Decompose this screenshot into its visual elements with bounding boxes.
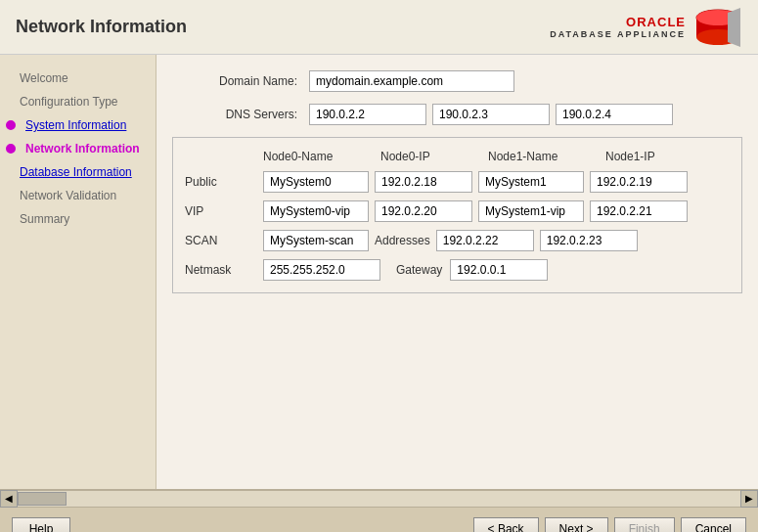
public-node0-ip-input[interactable] [375, 171, 472, 193]
vip-node0-ip-input[interactable] [375, 200, 472, 222]
public-node1-name-input[interactable] [478, 171, 584, 193]
scroll-right-arrow[interactable]: ▶ [740, 490, 758, 508]
vip-node1-ip-input[interactable] [590, 200, 688, 222]
sidebar-item-label: Summary [20, 212, 69, 226]
sidebar-item-summary[interactable]: Summary [0, 207, 156, 231]
col-header-node0-name: Node0-Name [263, 150, 380, 163]
sidebar-item-label: Database Information [20, 165, 132, 179]
back-button[interactable]: < Back [473, 517, 539, 533]
svg-marker-5 [728, 8, 740, 47]
scroll-track[interactable] [18, 490, 740, 508]
netmask-label: Netmask [185, 263, 263, 277]
cancel-button[interactable]: Cancel [681, 517, 746, 533]
sidebar-item-label: System Information [25, 118, 126, 132]
scan-name-input[interactable] [263, 230, 369, 251]
col-header-node0-ip: Node0-IP [380, 150, 488, 163]
sidebar-item-welcome[interactable]: Welcome [0, 66, 156, 90]
sidebar-item-label: Network Validation [20, 189, 116, 202]
public-node1-ip-input[interactable] [590, 171, 688, 193]
dns-servers-label: DNS Servers: [172, 108, 309, 121]
scan-row: SCAN Addresses [185, 230, 730, 251]
vip-label: VIP [185, 204, 263, 218]
scroll-thumb[interactable] [18, 492, 67, 506]
dns1-input[interactable] [309, 104, 426, 125]
public-row: Public [185, 171, 730, 193]
sidebar-item-configuration-type[interactable]: Configuration Type [0, 90, 156, 113]
vip-row: VIP [185, 200, 730, 222]
oracle-db-icon [693, 8, 742, 47]
main-container: Welcome Configuration Type System Inform… [0, 55, 758, 489]
help-button[interactable]: Help [12, 517, 70, 533]
sidebar-item-label: Welcome [20, 71, 68, 85]
domain-name-label: Domain Name: [172, 74, 309, 88]
scroll-left-arrow[interactable]: ◀ [0, 490, 18, 508]
header: Network Information ORACLE DATABASE APPL… [0, 0, 758, 55]
scan-label: SCAN [185, 234, 263, 247]
vip-node1-name-input[interactable] [478, 200, 584, 222]
scrollbar: ◀ ▶ [0, 489, 758, 507]
sidebar: Welcome Configuration Type System Inform… [0, 55, 156, 489]
dns-servers-row: DNS Servers: [172, 104, 742, 125]
oracle-logo: ORACLE DATABASE APPLIANCE [550, 8, 742, 47]
col-header-node1-name: Node1-Name [488, 150, 605, 163]
dns2-input[interactable] [432, 104, 550, 125]
sidebar-item-network-validation[interactable]: Network Validation [0, 184, 156, 207]
finish-button[interactable]: Finish [614, 517, 675, 533]
scan-ip2-input[interactable] [540, 230, 638, 251]
sidebar-item-label: Network Information [25, 142, 140, 155]
scan-ip1-input[interactable] [436, 230, 534, 251]
gateway-label: Gateway [396, 263, 442, 277]
public-node0-name-input[interactable] [263, 171, 369, 193]
public-label: Public [185, 175, 263, 189]
bottom-bar: Help < Back Next > Finish Cancel [0, 507, 758, 532]
next-button[interactable]: Next > [545, 517, 608, 533]
domain-name-input[interactable] [309, 70, 514, 92]
oracle-text: ORACLE [626, 15, 686, 29]
page-title: Network Information [16, 17, 187, 37]
scan-addresses-label: Addresses [375, 234, 430, 247]
sidebar-dot-filled [6, 120, 16, 130]
vip-node0-name-input[interactable] [263, 200, 369, 222]
oracle-branding: ORACLE DATABASE APPLIANCE [550, 15, 686, 39]
sidebar-dot-active [6, 144, 16, 154]
col-header-node1-ip: Node1-IP [605, 150, 713, 163]
dns3-input[interactable] [556, 104, 673, 125]
sidebar-item-label: Configuration Type [20, 95, 118, 109]
content-area: Domain Name: DNS Servers: Node0-Name Nod… [156, 55, 758, 489]
netmask-input[interactable] [263, 259, 380, 281]
network-grid: Node0-Name Node0-IP Node1-Name Node1-IP … [172, 137, 742, 293]
grid-headers: Node0-Name Node0-IP Node1-Name Node1-IP [185, 150, 730, 163]
oracle-sub: DATABASE APPLIANCE [550, 29, 686, 39]
sidebar-item-network-information[interactable]: Network Information [0, 137, 156, 160]
sidebar-item-system-information[interactable]: System Information [0, 113, 156, 137]
navigation-buttons: < Back Next > Finish Cancel [473, 517, 746, 533]
sidebar-item-database-information[interactable]: Database Information [0, 160, 156, 184]
gateway-input[interactable] [450, 259, 548, 281]
netmask-gateway-row: Netmask Gateway [185, 259, 730, 281]
domain-name-row: Domain Name: [172, 70, 742, 92]
